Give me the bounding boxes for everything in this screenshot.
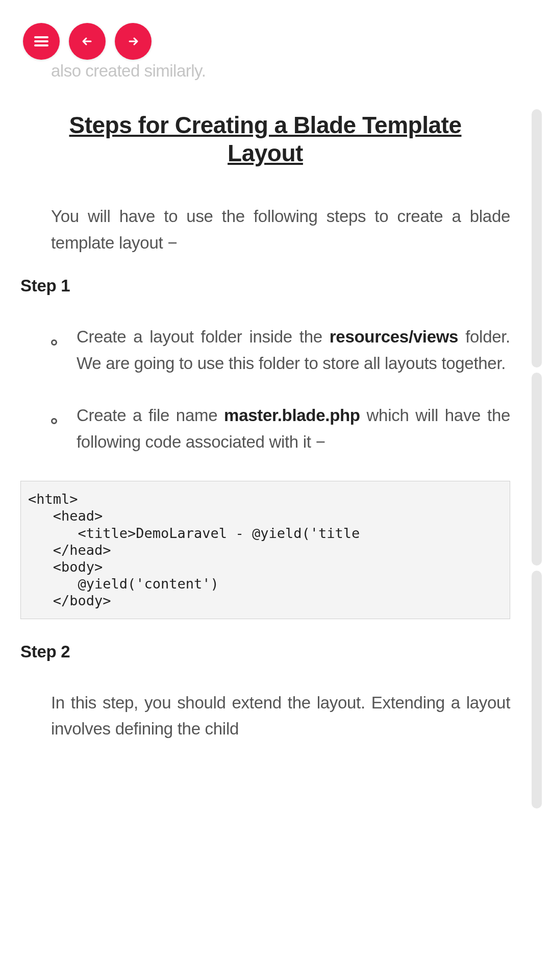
- section-heading: Steps for Creating a Blade Template Layo…: [31, 111, 500, 167]
- step-2-paragraph: In this step, you should extend the layo…: [20, 690, 510, 742]
- back-button[interactable]: [69, 23, 106, 60]
- step-1-label: Step 1: [20, 276, 510, 296]
- bullet-icon: [51, 339, 57, 346]
- bullet-1-text: Create a layout folder inside the resour…: [77, 324, 510, 377]
- hamburger-icon: [34, 34, 49, 49]
- arrow-right-icon: [126, 34, 141, 49]
- document-body: also created similarly. Steps for Creati…: [0, 0, 531, 980]
- bullet-2-text: Create a file name master.blade.php whic…: [77, 402, 510, 455]
- scrollbar[interactable]: [532, 0, 542, 878]
- code-block: <html> <head> <title>DemoLaravel - @yiel…: [20, 481, 510, 619]
- bullet-item-2: Create a file name master.blade.php whic…: [20, 402, 510, 455]
- bottom-fade-overlay: [0, 847, 531, 980]
- top-nav: [23, 23, 152, 60]
- step-2-label: Step 2: [20, 642, 510, 662]
- bullet-icon: [51, 418, 57, 424]
- scrollbar-segment[interactable]: [532, 571, 542, 808]
- forward-button[interactable]: [115, 23, 152, 60]
- arrow-left-icon: [80, 34, 95, 49]
- intro-paragraph: You will have to use the following steps…: [20, 203, 510, 255]
- cutoff-previous-line: also created similarly.: [20, 61, 510, 81]
- scrollbar-segment[interactable]: [532, 373, 542, 566]
- bullet-item-1: Create a layout folder inside the resour…: [20, 324, 510, 377]
- scrollbar-segment[interactable]: [532, 109, 542, 368]
- menu-button[interactable]: [23, 23, 60, 60]
